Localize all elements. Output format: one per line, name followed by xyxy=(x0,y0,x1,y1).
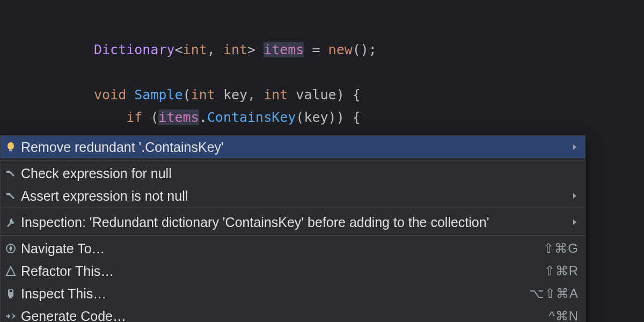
gen-icon xyxy=(5,310,17,322)
context-action-label: Check expression for null xyxy=(21,166,172,181)
compass-icon xyxy=(5,243,17,254)
field-token: items xyxy=(264,42,304,57)
bulb-icon xyxy=(5,141,17,153)
shortcut: ⌥⇧⌘A xyxy=(529,286,579,301)
context-action-item[interactable]: Assert expression is not null xyxy=(1,185,585,207)
type-token: Dictionary xyxy=(94,42,175,57)
popup-separator xyxy=(1,209,585,209)
chevron-right-icon xyxy=(571,192,579,200)
popup-separator xyxy=(1,160,585,160)
context-action-label: Inspection: 'Redundant dictionary 'Conta… xyxy=(21,215,489,230)
context-action-item[interactable]: Remove redundant '.ContainsKey' xyxy=(1,136,585,158)
context-action-item[interactable]: Inspection: 'Redundant dictionary 'Conta… xyxy=(1,211,585,233)
context-action-item[interactable]: Refactor This…⇧⌘R xyxy=(1,260,585,282)
context-action-label: Assert expression is not null xyxy=(21,188,188,204)
context-action-item[interactable]: Check expression for null xyxy=(1,162,585,185)
context-action-label: Remove redundant '.ContainsKey' xyxy=(21,140,224,155)
chevron-right-icon xyxy=(571,218,579,226)
hammer-icon xyxy=(5,190,17,202)
code-line[interactable]: Dictionary<int, int> items = new(); xyxy=(0,39,644,61)
code-line[interactable] xyxy=(0,61,644,84)
shortcut: ⇧⌘R xyxy=(544,264,579,279)
wrench-icon xyxy=(5,216,17,228)
shape-icon xyxy=(5,265,17,277)
code-editor[interactable]: Dictionary<int, int> items = new(); void… xyxy=(0,0,644,129)
shortcut: ^⌘N xyxy=(548,309,579,322)
context-action-label: Navigate To… xyxy=(21,241,105,257)
hammer-icon xyxy=(5,167,17,179)
context-action-label: Inspect This… xyxy=(21,286,106,302)
context-action-item[interactable]: Generate Code…^⌘N xyxy=(1,305,585,322)
context-actions-popup[interactable]: Remove redundant '.ContainsKey'Check exp… xyxy=(0,135,586,322)
code-line[interactable]: void Sample(int key, int value) { xyxy=(0,84,644,106)
context-action-label: Refactor This… xyxy=(21,264,114,279)
context-action-item[interactable]: Inspect This…⌥⇧⌘A xyxy=(1,282,585,305)
context-action-item[interactable]: Navigate To…⇧⌘G xyxy=(1,237,585,260)
shortcut: ⇧⌘G xyxy=(543,241,579,256)
code-line[interactable]: if (items.ContainsKey(key)) { xyxy=(0,106,644,129)
field-token: items xyxy=(158,109,199,125)
context-action-label: Generate Code… xyxy=(21,309,126,323)
chevron-right-icon xyxy=(571,143,579,151)
inspect-icon xyxy=(5,288,17,299)
popup-separator xyxy=(1,235,585,236)
